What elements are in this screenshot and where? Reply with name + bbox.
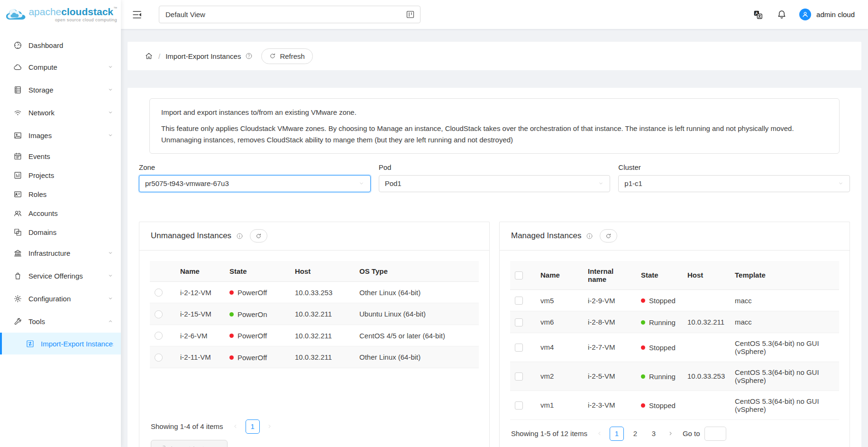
zone-field: Zone pr5075-t943-vmware-67u3 [139, 163, 371, 192]
prev-page-button[interactable] [230, 419, 241, 434]
column-header-os-type: OS Type [355, 261, 479, 282]
prev-page-button[interactable] [594, 427, 605, 441]
state-badge: PowerOff [229, 289, 267, 297]
project-board-icon[interactable] [405, 9, 415, 19]
state-label: Stopped [649, 297, 676, 305]
import-export-card: Import and export instances to/from an e… [128, 88, 861, 447]
cell-template: CentOS 5.3(64-bit) no GUI (vSphere) [730, 391, 839, 419]
state-label: Running [649, 372, 676, 381]
cell-os-type: CentOS 4/5 or later (64-bit) [355, 325, 479, 346]
translate-icon[interactable] [753, 9, 763, 20]
unmanaged-refresh-button[interactable] [250, 229, 267, 242]
sidebar-item-network[interactable]: Network [0, 101, 121, 124]
sidebar-item-configuration[interactable]: Configuration [0, 287, 121, 310]
managed-refresh-button[interactable] [600, 229, 617, 242]
menu-fold-icon[interactable] [131, 9, 143, 20]
chevron-up-icon [108, 318, 113, 324]
bell-icon[interactable] [777, 9, 787, 20]
select-all-checkbox[interactable] [515, 271, 523, 279]
info-circle-icon[interactable] [586, 233, 593, 240]
next-page-button[interactable] [665, 427, 676, 441]
reload-icon [605, 233, 612, 239]
pagination-summary: Showing 1-5 of 12 items [511, 429, 587, 438]
user-avatar[interactable] [799, 9, 811, 20]
row-checkbox[interactable] [515, 344, 523, 352]
dashboard-icon [13, 41, 22, 50]
column-header-name: Name [536, 261, 583, 290]
page-button-2[interactable]: 2 [628, 427, 642, 441]
cell-host: 10.0.32.211 [683, 311, 730, 333]
sidebar-item-projects[interactable]: Projects [0, 166, 121, 185]
cluster-select[interactable]: p1-c1 [618, 175, 850, 192]
info-circle-icon[interactable] [236, 233, 243, 240]
question-circle-icon[interactable] [245, 52, 253, 60]
sidebar-item-tools[interactable]: Tools [0, 310, 121, 333]
state-badge: PowerOff [229, 354, 267, 362]
brand-logo[interactable]: apachecloudstack™ open source cloud comp… [0, 0, 121, 29]
zone-select[interactable]: pr5075-t943-vmware-67u3 [139, 175, 371, 192]
sidebar-item-images[interactable]: Images [0, 124, 121, 147]
sidebar-item-service-offerings[interactable]: Service Offerings [0, 264, 121, 287]
cell-name: i-2-12-VM [175, 281, 225, 303]
page-button-1[interactable]: 1 [610, 427, 624, 441]
row-checkbox[interactable] [515, 401, 523, 410]
managed-table: Name Internal name State Host Template [510, 261, 839, 420]
unmanaged-actions: Import Instance [150, 440, 479, 447]
cell-host: 10.0.33.253 [683, 362, 730, 391]
next-page-button[interactable] [264, 419, 275, 434]
pod-select[interactable]: Pod1 [379, 175, 611, 192]
chevron-left-icon [596, 430, 603, 437]
state-label: PowerOff [238, 354, 267, 362]
sidebar: apachecloudstack™ open source cloud comp… [0, 0, 121, 447]
project-view-selector[interactable]: Default View [159, 6, 420, 23]
page-button-1[interactable]: 1 [246, 419, 260, 434]
user-name[interactable]: admin cloud [816, 10, 855, 19]
table-row: i-2-6-VM PowerOff 10.0.32.211 CentOS 4/5… [150, 325, 479, 346]
sidebar-item-label: Dashboard [28, 41, 113, 49]
sidebar-item-infrastructure[interactable]: Infrastructure [0, 242, 121, 264]
goto-page-input[interactable] [704, 427, 726, 441]
page-title: Import-Export Instances [165, 52, 241, 60]
state-badge: PowerOff [229, 332, 267, 340]
row-checkbox[interactable] [515, 318, 523, 326]
managed-panel-title: Managed Instances [511, 231, 581, 241]
status-dot-icon [641, 374, 645, 379]
column-header-host: Host [683, 261, 730, 290]
sidebar-item-compute[interactable]: Compute [0, 56, 121, 78]
user-icon [801, 10, 809, 19]
sidebar-item-events[interactable]: Events [0, 147, 121, 166]
import-instance-button[interactable]: Import Instance [151, 440, 228, 447]
row-radio[interactable] [155, 310, 163, 318]
chevron-down-icon [108, 250, 113, 256]
page-content: / Import-Export Instances Refresh Import… [121, 29, 868, 447]
home-icon[interactable] [145, 52, 153, 60]
sidebar-item-import-export-instances[interactable]: Import-Export Instances [0, 333, 121, 354]
managed-pagination: Showing 1-5 of 12 items 1 2 3 Go to [510, 427, 839, 441]
project-view-value: Default View [165, 10, 205, 19]
row-checkbox[interactable] [515, 372, 523, 381]
feature-description-line-2: This feature only applies Cloudstack VMw… [161, 123, 828, 145]
row-radio[interactable] [155, 354, 163, 362]
state-badge: Running [641, 372, 676, 381]
sidebar-item-dashboard[interactable]: Dashboard [0, 35, 121, 56]
sidebar-item-storage[interactable]: Storage [0, 78, 121, 101]
cell-name: vm6 [536, 311, 583, 333]
cell-os-type: Other Linux (64-bit) [355, 346, 479, 368]
sidebar-item-label: Import-Export Instances [41, 340, 113, 348]
row-radio[interactable] [155, 332, 163, 340]
sidebar-item-accounts[interactable]: Accounts [0, 204, 121, 223]
refresh-button[interactable]: Refresh [261, 48, 313, 64]
cell-template: macc [730, 311, 839, 333]
sidebar-item-roles[interactable]: Roles [0, 185, 121, 204]
managed-instances-panel: Managed Instances [499, 222, 850, 447]
sidebar-item-domains[interactable]: Domains [0, 223, 121, 242]
table-row: i-2-15-VM PowerOn 10.0.32.211 Ubuntu Lin… [150, 303, 479, 325]
reload-icon [256, 233, 262, 239]
import-instance-label: Import Instance [171, 445, 219, 447]
row-radio[interactable] [155, 289, 163, 297]
chevron-down-icon [108, 64, 113, 70]
row-checkbox[interactable] [515, 297, 523, 305]
pod-label: Pod [379, 163, 611, 171]
page-button-3[interactable]: 3 [647, 427, 661, 441]
chevron-down-icon [598, 180, 604, 186]
